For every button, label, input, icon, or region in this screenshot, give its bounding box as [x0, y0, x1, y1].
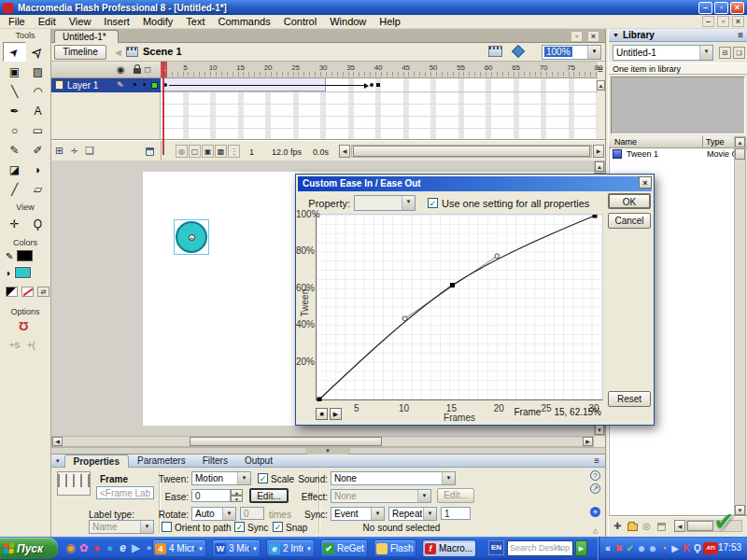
hand-tool[interactable]: ✛ — [3, 214, 26, 233]
tab-parameters[interactable]: Parameters — [129, 455, 194, 467]
playhead-line[interactable] — [162, 62, 164, 155]
help-icon[interactable]: ? — [590, 470, 600, 481]
timeline-scroll-up-button[interactable] — [597, 80, 605, 91]
tab-properties[interactable]: Properties — [64, 455, 129, 468]
zoom-dropdown-arrow[interactable] — [587, 46, 600, 59]
menu-commands[interactable]: Commands — [211, 15, 276, 28]
play-button[interactable] — [330, 408, 342, 420]
collapse-properties-button[interactable] — [305, 448, 350, 455]
lasso-tool[interactable]: ◠ — [26, 81, 49, 101]
ease-value-field[interactable]: 0 — [191, 489, 231, 502]
library-scroll-thumb[interactable] — [735, 148, 745, 160]
repeat-combo[interactable]: Repeat — [388, 507, 437, 521]
no-color-button[interactable] — [21, 287, 34, 297]
dialog-titlebar[interactable]: Custom Ease In / Ease Out — [298, 176, 652, 191]
frame-rate-readout[interactable]: 12.0 fps — [272, 147, 302, 157]
anchor-point-2[interactable] — [593, 215, 598, 218]
tangent-handle-0[interactable] — [402, 316, 407, 321]
ok-button[interactable]: OK — [608, 193, 651, 209]
new-folder-button[interactable] — [627, 524, 638, 531]
line-tool[interactable]: ╲ — [3, 81, 26, 101]
rotate-dropdown-arrow[interactable] — [222, 508, 235, 520]
add-motion-guide-icon[interactable] — [70, 145, 78, 157]
column-header-name[interactable]: Name — [614, 137, 637, 147]
brush-tool[interactable]: ✐ — [26, 140, 49, 160]
restore-button[interactable] — [714, 2, 728, 14]
use-one-setting-checkbox[interactable]: ✓ — [428, 198, 438, 208]
desktop-search-icon[interactable]: Ϙ — [692, 542, 703, 554]
cancel-button[interactable]: Cancel — [608, 213, 651, 229]
column-divider[interactable] — [702, 136, 703, 147]
end-keyframe-dot[interactable] — [370, 83, 374, 87]
menu-insert[interactable]: Insert — [97, 15, 136, 28]
onion-skin-outlines-button[interactable] — [202, 145, 214, 158]
library-document-dropdown-arrow[interactable] — [699, 46, 712, 60]
clock-orange-icon[interactable]: ◔ — [658, 542, 669, 554]
repeat-dropdown-arrow[interactable] — [423, 508, 436, 520]
library-collapse-arrow-icon[interactable] — [609, 32, 623, 38]
empty-frames-area[interactable] — [161, 92, 598, 140]
sync-checkbox[interactable]: ✓ — [234, 522, 245, 532]
stage-scroll-down-button[interactable] — [595, 425, 604, 435]
library-header[interactable]: Library — [609, 29, 747, 42]
ati-control-icon[interactable]: ATI — [703, 542, 718, 554]
library-vertical-scrollbar[interactable] — [734, 136, 746, 516]
menu-control[interactable]: Control — [277, 15, 323, 28]
layer-outline-color-swatch[interactable] — [151, 82, 158, 89]
timeline-close-button[interactable] — [587, 31, 599, 42]
search-go-button[interactable] — [575, 540, 587, 556]
oval-tool[interactable]: ○ — [3, 120, 26, 140]
ease-curve-path[interactable] — [319, 216, 595, 399]
taskbar-task-grouped-office[interactable]: 44 Micr...▼ — [152, 539, 206, 557]
orient-to-path-checkbox[interactable] — [162, 522, 172, 532]
timeline-scrollbar-thumb[interactable] — [353, 146, 590, 157]
library-new-window-icon[interactable] — [733, 47, 745, 59]
stage-scroll-right-button[interactable] — [583, 437, 593, 446]
doc-close-button[interactable] — [732, 16, 744, 27]
ease-spinner[interactable] — [231, 489, 243, 502]
document-tab[interactable]: Untitled-1* — [54, 30, 119, 43]
taskbar-task-word[interactable]: W3 Micr...▼ — [212, 539, 261, 557]
timeline-toggle-button[interactable]: Timeline — [54, 45, 106, 60]
edit-scene-icon[interactable] — [488, 46, 502, 57]
stage-scroll-left-button[interactable] — [52, 437, 63, 446]
tween-combo[interactable]: Motion — [191, 471, 251, 485]
transformation-point[interactable]: + — [189, 234, 195, 241]
tab-output[interactable]: Output — [236, 455, 281, 467]
quick-launch-3-icon[interactable]: ● — [90, 541, 104, 555]
quick-launch-2-icon[interactable]: ✿ — [77, 541, 91, 555]
reget-icon[interactable]: ✔ — [625, 542, 636, 554]
library-document-combo[interactable]: Untitled-1 — [613, 45, 713, 61]
pen-tool[interactable]: ✒ — [3, 101, 26, 120]
timeline-scroll-right-button[interactable] — [593, 145, 604, 158]
frame-label-input[interactable] — [96, 486, 154, 499]
library-scroll-up-button[interactable] — [735, 137, 745, 147]
snap-to-objects-magnet-icon[interactable]: Ω — [19, 319, 28, 333]
sound-sync-dropdown-arrow[interactable] — [371, 508, 384, 520]
language-indicator[interactable]: EN — [488, 540, 504, 555]
layer-name[interactable]: Layer 1 — [67, 80, 98, 91]
hide-icons-chevron-icon[interactable]: « — [602, 542, 613, 554]
timeline-scrollbar-track[interactable] — [351, 145, 592, 158]
repeat-count-field[interactable]: 1 — [441, 507, 471, 520]
onion-skin-button[interactable] — [189, 145, 201, 158]
rectangle-tool[interactable]: ▭ — [26, 120, 49, 140]
timeline-scroll-left-button[interactable] — [339, 145, 350, 158]
selection-tool[interactable]: ➤ — [3, 42, 26, 62]
paint-bucket-tool[interactable]: ◗ — [26, 160, 49, 179]
sound-sync-combo[interactable]: Event — [331, 507, 385, 521]
timeline-restore-button[interactable] — [571, 31, 583, 42]
insert-layer-folder-icon[interactable] — [85, 145, 94, 157]
layer-visibility-dot[interactable] — [134, 83, 136, 86]
display-switch-icon[interactable]: ✖ — [613, 542, 625, 554]
edit-symbols-icon[interactable] — [512, 45, 525, 58]
rotate-combo[interactable]: Auto — [191, 507, 236, 521]
swap-colors-button[interactable] — [37, 287, 49, 297]
quick-launch-5-icon[interactable]: e — [116, 541, 130, 555]
start-button[interactable]: Пуск — [0, 538, 58, 559]
anchor-point-0[interactable] — [317, 398, 322, 402]
taskbar-task-ie[interactable]: e2 Inte...▼ — [266, 539, 315, 557]
delete-layer-trash-icon[interactable] — [146, 147, 154, 156]
tab-filters[interactable]: Filters — [194, 455, 236, 467]
close-button[interactable] — [730, 2, 744, 14]
